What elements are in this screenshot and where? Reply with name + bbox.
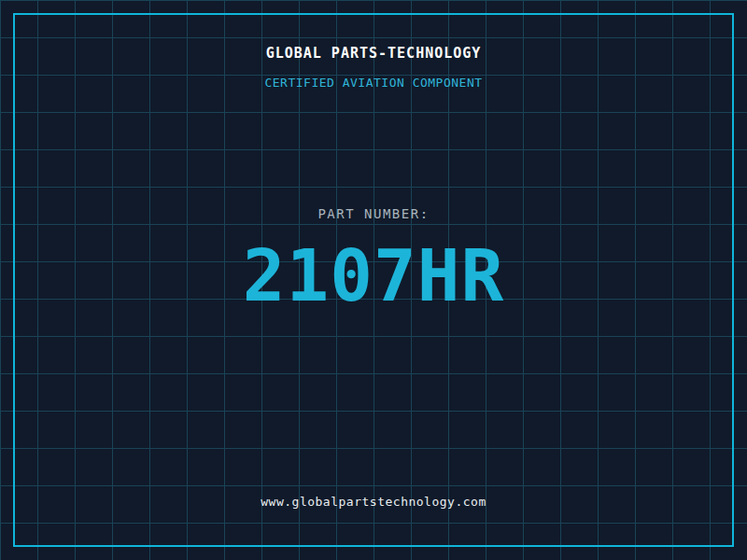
part-certificate-card: GLOBAL PARTS-TECHNOLOGY CERTIFIED AVIATI… — [0, 0, 747, 560]
part-number-value: 2107HR — [0, 241, 747, 312]
company-title: GLOBAL PARTS-TECHNOLOGY — [0, 45, 747, 62]
website-url: www.globalpartstechnology.com — [0, 495, 747, 509]
certification-subtitle: CERTIFIED AVIATION COMPONENT — [0, 76, 747, 90]
part-number-label: PART NUMBER: — [0, 206, 747, 221]
